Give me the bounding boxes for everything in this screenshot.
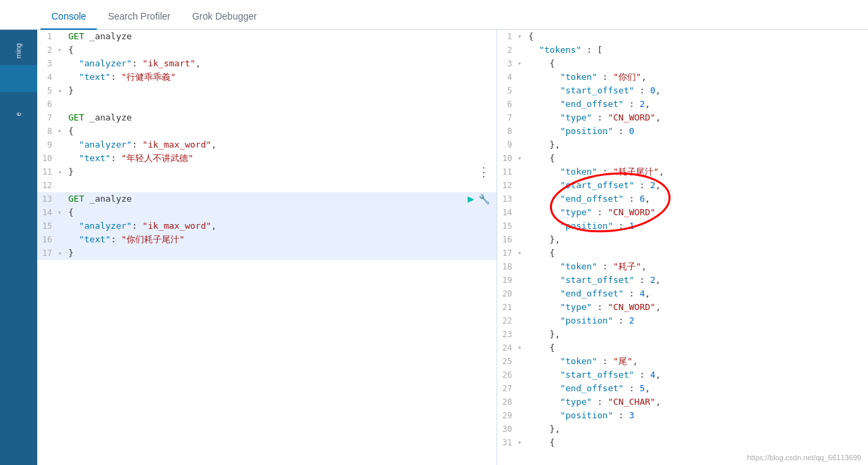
- output-line-number: 1: [497, 30, 518, 43]
- output-line-7: 7 "type" : "CN_WORD",: [497, 111, 868, 125]
- output-line-27: 27 "end_offset" : 5,: [497, 382, 868, 395]
- line-number: 3: [37, 57, 58, 70]
- editor-line-10: 10 "text": "年轻人不讲武德": [37, 152, 497, 165]
- output-fold-arrow[interactable]: ▾: [518, 436, 526, 449]
- tab-grok-debugger[interactable]: Grok Debugger: [181, 4, 268, 30]
- output-line-content: "token" : "耗子",: [526, 260, 868, 273]
- fold-arrow[interactable]: ▾: [58, 206, 66, 219]
- output-line-content: },: [526, 138, 868, 152]
- options-dots-icon[interactable]: ⋮: [478, 165, 490, 179]
- output-line-29: 29 "position" : 3: [497, 409, 868, 422]
- output-line-25: 25 "token" : "尾",: [497, 355, 868, 368]
- output-code[interactable]: 1▾{2 "tokens" : [3▾ {4 "token" : "你们",5 …: [497, 30, 868, 465]
- line-number: 15: [37, 219, 58, 233]
- output-line-22: 22 "position" : 2: [497, 314, 868, 328]
- output-line-13: 13 "end_offset" : 6,: [497, 192, 868, 206]
- output-fold-arrow[interactable]: ▾: [518, 57, 526, 70]
- output-line-4: 4 "token" : "你们",: [497, 70, 868, 84]
- output-line-content: "end_offset" : 6,: [526, 192, 868, 206]
- output-line-number: 29: [497, 409, 518, 422]
- line-content: {: [66, 206, 497, 219]
- output-line-number: 10: [497, 152, 518, 165]
- editor-line-1: 1GET _analyze: [37, 30, 497, 43]
- output-line-number: 17: [497, 246, 518, 260]
- code-editor[interactable]: 1GET _analyze2▾{3 "analyzer": "ik_smart"…: [37, 30, 497, 465]
- play-button[interactable]: ▶: [467, 192, 474, 206]
- output-line-number: 11: [497, 165, 518, 179]
- fold-arrow[interactable]: ◂: [58, 246, 66, 260]
- output-line-content: "position" : 3: [526, 409, 868, 422]
- output-line-9: 9 },: [497, 138, 868, 152]
- line-content: "analyzer": "ik_max_word",: [66, 138, 497, 152]
- output-line-26: 26 "start_offset" : 4,: [497, 368, 868, 382]
- editor-line-8: 8▾{: [37, 125, 497, 138]
- line-number: 10: [37, 152, 58, 165]
- watermark: https://blog.csdn.net/qq_66113699: [747, 453, 861, 462]
- output-line-content: },: [526, 328, 868, 341]
- output-fold-arrow[interactable]: ▾: [518, 152, 526, 165]
- output-line-content: "start_offset" : 2,: [526, 273, 868, 287]
- output-line-16: 16 },: [497, 233, 868, 246]
- editor-pane: 1GET _analyze2▾{3 "analyzer": "ik_smart"…: [37, 30, 497, 465]
- output-line-content: "start_offset" : 0,: [526, 84, 868, 97]
- line-content: }: [66, 246, 497, 260]
- output-line-15: 15 "position" : 1: [497, 219, 868, 233]
- output-fold-arrow[interactable]: ▾: [518, 341, 526, 355]
- output-line-28: 28 "type" : "CN_CHAR",: [497, 395, 868, 409]
- line-content: GET _analyze: [66, 192, 497, 206]
- output-line-content: "token" : "耗子尾汁",: [526, 165, 868, 179]
- line-content: "analyzer": "ik_max_word",: [66, 219, 497, 233]
- output-line-18: 18 "token" : "耗子",: [497, 260, 868, 273]
- output-line-14: 14 "type" : "CN_WORD",: [497, 206, 868, 219]
- fold-arrow[interactable]: ◂: [58, 84, 66, 97]
- tab-search-profiler[interactable]: Search Profiler: [97, 4, 181, 30]
- line-content: {: [66, 43, 497, 57]
- fold-arrow[interactable]: ▾: [58, 125, 66, 138]
- output-fold-arrow[interactable]: ▾: [518, 246, 526, 260]
- output-line-content: "type" : "CN_WORD",: [526, 301, 868, 314]
- output-line-3: 3▾ {: [497, 57, 868, 70]
- line-number: 17: [37, 246, 58, 260]
- fold-arrow[interactable]: ▾: [58, 43, 66, 57]
- output-line-5: 5 "start_offset" : 0,: [497, 84, 868, 97]
- output-line-11: 11 "token" : "耗子尾汁",: [497, 165, 868, 179]
- output-line-number: 9: [497, 138, 518, 152]
- tab-console[interactable]: Console: [41, 4, 97, 30]
- output-line-number: 28: [497, 395, 518, 409]
- line-content: "text": "你们耗子尾汁": [66, 233, 497, 246]
- output-line-number: 13: [497, 192, 518, 206]
- output-line-number: 18: [497, 260, 518, 273]
- output-line-content: {: [526, 152, 868, 165]
- line-content: {: [66, 125, 497, 138]
- line-number: 6: [37, 97, 58, 111]
- output-line-number: 6: [497, 97, 518, 111]
- line-number: 13: [37, 192, 58, 206]
- output-line-number: 23: [497, 328, 518, 341]
- wrench-button[interactable]: 🔧: [478, 192, 490, 206]
- editor-line-3: 3 "analyzer": "ik_smart",: [37, 57, 497, 70]
- output-line-1: 1▾{: [497, 30, 868, 43]
- output-line-number: 20: [497, 287, 518, 301]
- line-number: 8: [37, 125, 58, 138]
- line-number: 12: [37, 179, 58, 192]
- output-line-24: 24▾ {: [497, 341, 868, 355]
- fold-arrow[interactable]: ◂: [58, 165, 66, 179]
- output-line-content: "token" : "你们",: [526, 70, 868, 84]
- output-line-30: 30 },: [497, 422, 868, 436]
- output-fold-arrow[interactable]: ▾: [518, 30, 526, 43]
- output-line-content: "tokens" : [: [526, 43, 868, 57]
- line-number: 5: [37, 84, 58, 97]
- line-content: }: [66, 84, 497, 97]
- output-line-content: {: [526, 246, 868, 260]
- output-line-number: 24: [497, 341, 518, 355]
- output-line-number: 3: [497, 57, 518, 70]
- output-line-number: 31: [497, 436, 518, 449]
- output-line-content: "start_offset" : 4,: [526, 368, 868, 382]
- output-line-content: "position" : 1: [526, 219, 868, 233]
- top-navigation: Console Search Profiler Grok Debugger: [0, 0, 868, 30]
- main-content: rning e 1GET _analyze2▾{3 "analyzer": "i…: [0, 30, 868, 465]
- editor-line-6: 6: [37, 97, 497, 111]
- output-line-content: "end_offset" : 2,: [526, 97, 868, 111]
- line-content: "text": "行健乖乖義": [66, 70, 497, 84]
- line-content: GET _analyze: [66, 30, 497, 43]
